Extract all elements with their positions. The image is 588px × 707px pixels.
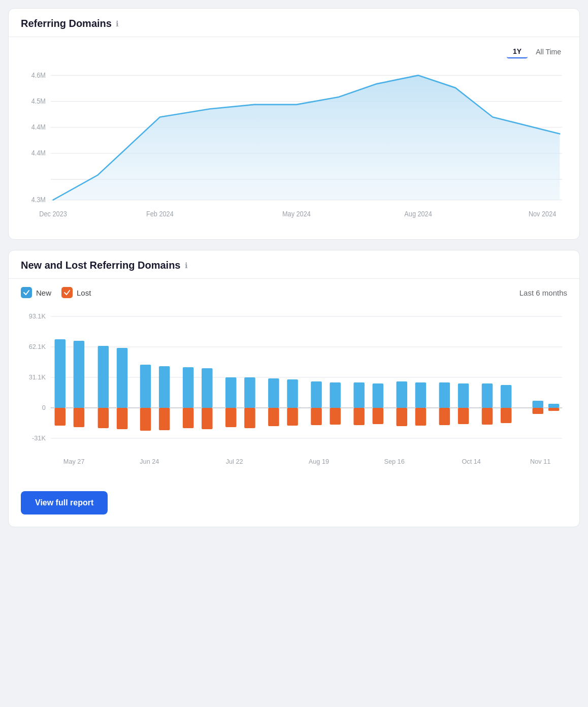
- svg-rect-71: [533, 408, 544, 414]
- new-lost-card-header: New and Lost Referring Domains ℹ: [9, 250, 579, 279]
- svg-rect-37: [159, 408, 170, 430]
- svg-text:31.1K: 31.1K: [29, 373, 46, 381]
- svg-rect-32: [117, 348, 128, 408]
- time-filter-group: 1Y All Time: [21, 45, 567, 58]
- new-lost-card-title: New and Lost Referring Domains: [21, 260, 181, 271]
- svg-rect-68: [501, 385, 512, 408]
- new-lost-info-icon[interactable]: ℹ: [185, 261, 188, 270]
- svg-rect-38: [183, 367, 194, 408]
- svg-text:Nov 11: Nov 11: [530, 458, 550, 465]
- svg-rect-59: [397, 408, 408, 426]
- svg-rect-36: [159, 366, 170, 408]
- svg-rect-60: [415, 382, 427, 408]
- area-chart: 4.6M 4.5M 4.4M 4.4M 4.3M: [21, 65, 567, 227]
- svg-rect-55: [353, 408, 365, 425]
- svg-text:4.5M: 4.5M: [31, 97, 46, 105]
- svg-rect-70: [533, 401, 544, 408]
- svg-rect-27: [55, 408, 66, 426]
- svg-rect-41: [202, 408, 213, 429]
- svg-rect-40: [202, 368, 213, 408]
- svg-rect-58: [397, 381, 408, 408]
- new-lost-card: New and Lost Referring Domains ℹ New: [8, 250, 580, 527]
- svg-rect-69: [501, 408, 512, 423]
- time-btn-alltime[interactable]: All Time: [530, 45, 567, 58]
- svg-rect-43: [225, 408, 237, 427]
- referring-domains-card: Referring Domains ℹ 1Y All Time 4.6M 4.5…: [8, 8, 580, 240]
- svg-rect-26: [55, 339, 66, 408]
- svg-rect-61: [415, 408, 427, 426]
- svg-rect-34: [140, 365, 151, 408]
- svg-rect-31: [98, 408, 109, 428]
- bar-chart: 93.1K 62.1K 31.1K 0 -31K: [21, 306, 567, 479]
- new-label: New: [36, 288, 51, 297]
- svg-rect-49: [287, 408, 298, 426]
- svg-text:Sep 16: Sep 16: [384, 458, 404, 465]
- svg-rect-51: [311, 408, 322, 425]
- svg-text:4.6M: 4.6M: [31, 71, 46, 79]
- svg-rect-44: [244, 377, 255, 408]
- legend-row: New Lost Last 6 months: [21, 287, 567, 298]
- svg-rect-67: [482, 408, 493, 425]
- svg-text:May 2024: May 2024: [282, 210, 311, 218]
- svg-text:0: 0: [42, 404, 46, 411]
- svg-rect-56: [373, 383, 384, 408]
- svg-rect-62: [439, 382, 450, 408]
- svg-text:93.1K: 93.1K: [29, 312, 46, 320]
- svg-rect-33: [117, 408, 128, 429]
- svg-rect-39: [183, 408, 194, 428]
- svg-rect-73: [548, 408, 560, 411]
- card-body: 1Y All Time 4.6M 4.5M 4.4M 4.4M 4.3M: [9, 37, 579, 239]
- svg-text:Jun 24: Jun 24: [140, 458, 159, 465]
- card-header: Referring Domains ℹ: [9, 9, 579, 37]
- view-full-report-button[interactable]: View full report: [21, 491, 108, 515]
- svg-rect-47: [268, 408, 279, 426]
- svg-rect-66: [482, 383, 493, 408]
- svg-rect-65: [458, 408, 469, 424]
- svg-rect-64: [458, 383, 469, 408]
- svg-text:Nov 2024: Nov 2024: [529, 210, 556, 218]
- svg-rect-57: [373, 408, 384, 424]
- svg-rect-29: [74, 408, 85, 427]
- svg-text:Oct 14: Oct 14: [462, 458, 480, 465]
- legend-new: New: [21, 287, 51, 298]
- svg-rect-28: [74, 341, 85, 408]
- legend-lost: Lost: [61, 287, 91, 298]
- svg-rect-45: [244, 408, 255, 428]
- time-period-label: Last 6 months: [519, 288, 567, 297]
- svg-rect-35: [140, 408, 151, 431]
- svg-text:Jul 22: Jul 22: [226, 458, 243, 465]
- svg-rect-42: [225, 377, 237, 408]
- time-btn-1y[interactable]: 1Y: [507, 45, 528, 58]
- svg-text:Feb 2024: Feb 2024: [146, 210, 174, 218]
- svg-rect-48: [287, 379, 298, 408]
- card-title: Referring Domains: [21, 18, 112, 29]
- new-lost-card-body: New Lost Last 6 months: [9, 279, 579, 527]
- svg-rect-50: [311, 381, 322, 408]
- svg-rect-30: [98, 346, 109, 408]
- svg-text:May 27: May 27: [63, 458, 85, 465]
- lost-checkbox[interactable]: [61, 287, 73, 298]
- new-checkbox[interactable]: [21, 287, 32, 298]
- svg-text:Aug 19: Aug 19: [309, 458, 329, 465]
- svg-rect-72: [548, 404, 560, 408]
- svg-text:4.3M: 4.3M: [31, 196, 46, 204]
- lost-label: Lost: [77, 288, 91, 297]
- svg-rect-54: [353, 382, 365, 408]
- svg-rect-52: [330, 382, 341, 408]
- legend-items: New Lost: [21, 287, 91, 298]
- svg-rect-53: [330, 408, 341, 425]
- svg-text:4.4M: 4.4M: [31, 123, 46, 131]
- svg-rect-63: [439, 408, 450, 425]
- svg-rect-46: [268, 378, 279, 408]
- svg-text:Aug 2024: Aug 2024: [404, 210, 432, 218]
- svg-text:62.1K: 62.1K: [29, 343, 46, 350]
- svg-text:Dec 2023: Dec 2023: [39, 210, 67, 218]
- svg-text:-31K: -31K: [32, 434, 46, 442]
- info-icon[interactable]: ℹ: [116, 19, 119, 28]
- svg-text:4.4M: 4.4M: [31, 149, 46, 157]
